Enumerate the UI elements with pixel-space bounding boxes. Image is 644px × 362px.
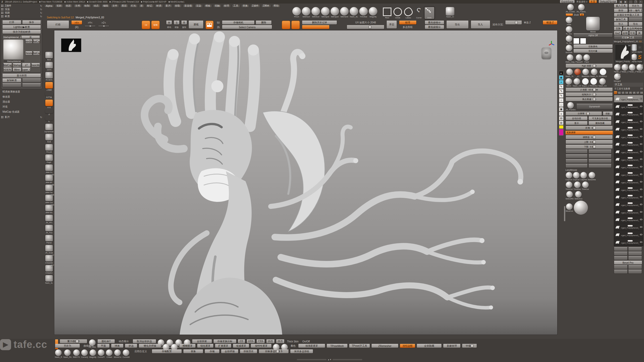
main-color-swatch[interactable] (573, 38, 579, 44)
subtool-folder-tab[interactable]: V4 (625, 91, 628, 94)
ui-button[interactable]: Nash_Fc (590, 69, 598, 77)
subtool-toggle-pill[interactable] (628, 150, 633, 151)
subtool-folder-tab[interactable]: V6 (632, 91, 636, 94)
menu-item[interactable]: 纹理 (223, 4, 231, 8)
menu-item[interactable]: Alpha (44, 4, 54, 8)
projection-toggle[interactable]: 投影 (603, 112, 613, 116)
ui-button[interactable] (588, 154, 612, 158)
paste-material-button[interactable] (22, 78, 41, 82)
refresh-icon[interactable]: ↻ (40, 15, 42, 18)
ui-button[interactable]: N_Gro (566, 26, 573, 35)
ui-button[interactable]: Magnify (89, 349, 96, 358)
ui-button[interactable]: MAHcut (302, 7, 310, 18)
quicksave-button[interactable]: QuickSave (560, 0, 575, 3)
ui-button[interactable]: BasicMa (582, 69, 589, 77)
eye-icon[interactable] (640, 226, 642, 228)
focal-shift-slider[interactable]: 焦点衰减 -36 (566, 97, 613, 101)
ui-button[interactable] (566, 154, 588, 158)
minimize-icon[interactable]: — (629, 1, 632, 3)
active-tool-thumbnail[interactable]: 59 (615, 44, 631, 60)
ui-button[interactable]: SkinSha (25, 39, 32, 43)
ui-button[interactable]: GoZ (614, 31, 621, 35)
redo-history-icon[interactable] (291, 21, 300, 29)
canvas-strip-icon[interactable]: ▣ (559, 107, 564, 111)
ui-button[interactable] (628, 247, 642, 251)
ui-button[interactable]: Nash_Rc (63, 349, 72, 358)
subtool-item[interactable]: Merged_PolySphere3_99 (614, 110, 643, 118)
ui-button[interactable]: 导出 (628, 22, 642, 26)
subtool-item[interactable]: Merged_PolySphere3_97 (614, 238, 643, 246)
ui-button[interactable]: IMM Pri (73, 349, 80, 358)
delete-camera-button[interactable]: 删除 (256, 21, 272, 25)
lightbox-button[interactable]: 灯箱 (47, 21, 69, 29)
ui-button[interactable] (588, 159, 612, 163)
subtool-toggle-pill[interactable] (628, 217, 633, 219)
subtool-toggle-pill[interactable] (628, 210, 633, 211)
ui-button[interactable] (614, 270, 628, 274)
canvas-strip-icon[interactable]: ✎ (559, 94, 564, 98)
menu-item[interactable]: Z脚本 (261, 4, 271, 8)
menu-item[interactable]: 首选项 (183, 4, 193, 8)
subtool-toggle-pill[interactable] (628, 233, 633, 234)
subtool-folder-tab[interactable]: V1 (614, 91, 617, 94)
ui-button[interactable]: 其 (636, 31, 642, 35)
ui-button[interactable]: 删除隐藏 (588, 121, 612, 125)
ui-button[interactable]: JN_CoSM_Gro (566, 4, 576, 13)
ui-button[interactable]: Magnify (369, 7, 377, 18)
shelf-brush-button[interactable]: ↻ (44, 116, 54, 123)
shelf-brush-button[interactable]: PolyF (44, 154, 54, 163)
eye-icon[interactable] (640, 98, 642, 100)
ui-button[interactable]: 生成 多边形网格物体 (623, 27, 642, 31)
dynamesh-button[interactable]: Dynamesh (576, 104, 613, 109)
refresh-icon[interactable]: ↻ (40, 12, 42, 14)
snake-brush-thumbnail[interactable]: JN_PoeSnakeSp (566, 102, 576, 111)
shelf-brush-button[interactable]: 比尺值 (44, 92, 54, 99)
ui-button[interactable]: PM3D_S 10 (621, 64, 628, 73)
subtool-toggle-pill[interactable] (628, 180, 633, 181)
m-toggle[interactable]: M (580, 14, 584, 16)
canvas-strip-icon[interactable]: ≡ (559, 112, 564, 116)
ui-button[interactable]: Merged 59 (614, 73, 621, 82)
refresh-icon[interactable]: ↻ (40, 116, 42, 119)
ui-button[interactable]: z7 (22, 63, 31, 67)
palette-zplugin[interactable]: Z插件 ↻ (0, 4, 43, 8)
menu-item[interactable]: 文档 (74, 4, 82, 8)
dynamesh-resolution-slider[interactable]: 分辨率 120 (566, 112, 602, 116)
menu-item[interactable]: 宏 (139, 4, 144, 8)
menu-item[interactable]: 模板 (204, 4, 212, 8)
ui-button[interactable]: 自动分组 (566, 116, 588, 120)
ui-button[interactable]: TrimCur (566, 182, 573, 190)
canvas-strip-icon[interactable]: ◉ (559, 75, 564, 80)
eye-icon[interactable] (640, 113, 642, 115)
canvas-strip-icon[interactable]: ▤ (559, 116, 564, 120)
ui-button[interactable]: PM3D_F (629, 64, 636, 73)
uv-on-button[interactable]: 开启 (386, 21, 397, 29)
subtool-toggle-pill[interactable] (628, 134, 633, 136)
menu-item[interactable]: 文件 (111, 4, 119, 8)
ui-button[interactable]: SelectRe (566, 191, 574, 200)
mirror-y-button[interactable]: >Y< (84, 21, 96, 25)
current-material-thumbnail[interactable]: StartupMaterial (3, 39, 24, 62)
ui-button[interactable]: CurveQ (81, 349, 88, 358)
ui-button[interactable] (628, 252, 642, 256)
alpha-thumbnail[interactable]: Nash_Cl (446, 7, 454, 18)
ui-button[interactable]: MAHcut (311, 7, 320, 18)
ui-button[interactable] (614, 247, 628, 251)
select-camera-dropdown[interactable]: Select Camera (222, 25, 272, 29)
subtool-folder-tab[interactable]: V2 (618, 91, 621, 94)
subtool-toggle-pill[interactable] (628, 104, 633, 106)
ui-button[interactable]: PolySph (632, 54, 637, 63)
ui-button[interactable]: MAHpoli (321, 7, 330, 18)
scale-button[interactable]: S (174, 21, 180, 25)
ui-button[interactable]: Inflat (566, 17, 573, 26)
shelf-brush-button[interactable]: 上色材 (44, 82, 54, 91)
clip-button[interactable]: Cli (142, 21, 150, 29)
zscript-next-icon[interactable]: ▶ (624, 1, 627, 3)
ui-button[interactable]: 全部 (622, 31, 629, 35)
upper-limit-slider[interactable]: 上限 0.95 (566, 140, 613, 144)
uv-map-size-slider[interactable] (347, 25, 384, 29)
ui-button[interactable]: 另存为 (628, 4, 642, 8)
section-mixer[interactable]: 混合器 (0, 99, 43, 104)
material-extra-button[interactable] (2, 83, 21, 87)
timeline-mini-slider[interactable]: ▲▼ (297, 358, 362, 360)
